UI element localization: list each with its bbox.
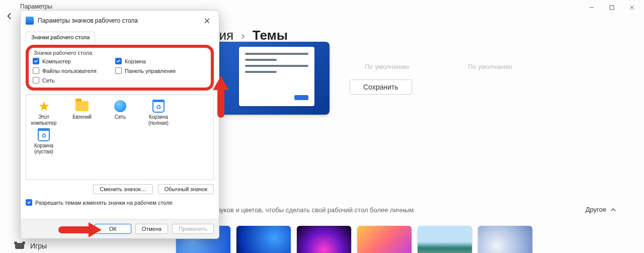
checkbox-allow-themes[interactable]: Разрешить темам изменять значки на рабоч… (26, 199, 214, 206)
dialog-close-button[interactable] (200, 15, 214, 27)
checkbox-box (33, 58, 39, 64)
folder-icon (74, 99, 90, 113)
checkbox-label: Корзина (125, 58, 146, 64)
minimize-button[interactable] (582, 1, 602, 15)
checkbox-recycle-bin[interactable]: Корзина (115, 58, 206, 64)
icon-this-pc[interactable]: ★ Этот компьютер (29, 99, 58, 126)
checkbox-computer[interactable]: Компьютер (33, 58, 113, 64)
gamepad-icon (15, 243, 24, 249)
icon-recycle-empty[interactable]: ♻ Корзина (пустая) (29, 128, 58, 154)
highlight-box: Значки рабочего стола Компьютер Корзина … (26, 45, 214, 91)
themes-section: ание обоев, звуков и цветов, чтобы сдела… (176, 205, 629, 253)
breadcrumb: ализация › Темы (176, 28, 629, 43)
other-label: Другое (586, 206, 606, 213)
apply-button[interactable]: Применить (172, 224, 214, 234)
checkbox-label: Сеть (42, 77, 54, 83)
checkbox-box (33, 77, 39, 83)
breadcrumb-separator: › (241, 30, 245, 42)
svg-rect-0 (610, 6, 614, 10)
default-icon-button[interactable]: Обычный значок (158, 184, 214, 194)
icon-user-folder[interactable]: Евгений (67, 99, 97, 126)
red-arrow-up-annotation (211, 76, 231, 124)
sidebar-item-label: Игры (30, 242, 47, 250)
dialog-title: Параметры значков рабочего стола (38, 17, 196, 24)
globe-icon (113, 99, 128, 113)
checkbox-box (26, 199, 32, 206)
theme-thumbnails (176, 226, 629, 253)
dialog-app-icon (26, 17, 34, 25)
icon-preview-grid: ★ Этот компьютер Евгений Сеть ♻ Корзина … (26, 95, 214, 180)
sidebar-item-games[interactable]: Игры (15, 242, 47, 250)
checkbox-label: Разрешить темам изменять значки на рабоч… (35, 200, 173, 206)
checkbox-label: Панель управления (125, 68, 176, 74)
checkbox-user-files[interactable]: Файлы пользователя (33, 67, 113, 74)
chevron-up-icon (610, 207, 616, 213)
red-arrow-right-annotation (58, 222, 102, 237)
theme-info-2: По умолчанию (468, 63, 512, 70)
dialog-body: Значки рабочего стола Компьютер Корзина … (21, 43, 219, 210)
close-button[interactable] (622, 1, 642, 15)
other-expand[interactable]: Другое (586, 206, 616, 213)
dialog-footer: ОК Отмена Применить (21, 219, 219, 238)
theme-info-1: По умолчанию (365, 63, 409, 70)
checkbox-label: Файлы пользователя (42, 68, 97, 74)
theme-thumb-4[interactable] (357, 226, 412, 253)
window-title: Параметры (20, 3, 52, 10)
theme-thumb-6[interactable] (478, 226, 532, 253)
checkbox-control-panel[interactable]: Панель управления (115, 67, 206, 74)
icon-label: Сеть (115, 114, 126, 120)
dialog-titlebar: Параметры значков рабочего стола (21, 11, 219, 31)
checkbox-network[interactable]: Сеть (33, 77, 113, 83)
settings-content: ализация › Темы По умолчанию По умолчани… (176, 28, 629, 253)
group-title: Значки рабочего стола (34, 50, 207, 56)
maximize-button[interactable] (602, 1, 622, 15)
icon-buttons-row: Сменить значок… Обычный значок (26, 184, 214, 194)
theme-thumb-5[interactable] (418, 226, 472, 253)
star-icon: ★ (36, 99, 51, 113)
dialog-tab[interactable]: Значки рабочего стола (26, 32, 95, 43)
save-button[interactable]: Сохранить (350, 79, 412, 95)
desktop-icons-dialog: Параметры значков рабочего стола Значки … (20, 10, 219, 239)
checkbox-label: Компьютер (42, 58, 71, 64)
recycle-bin-empty-icon: ♻ (36, 128, 51, 142)
cancel-button[interactable]: Отмена (135, 224, 168, 234)
icon-label: Корзина (пустая) (29, 143, 58, 154)
preview-card (239, 47, 314, 106)
icon-label: Корзина (полная) (144, 114, 173, 126)
back-button[interactable] (6, 13, 15, 22)
change-icon-button[interactable]: Сменить значок… (93, 184, 152, 194)
icon-label: Этот компьютер (29, 114, 58, 126)
checkbox-box (115, 58, 122, 64)
icon-recycle-full[interactable]: ♻ Корзина (полная) (144, 99, 173, 126)
theme-thumb-3[interactable] (297, 226, 351, 253)
theme-thumb-2[interactable] (236, 226, 291, 253)
checkbox-box (115, 67, 122, 74)
recycle-bin-full-icon: ♻ (151, 99, 166, 113)
icon-network[interactable]: Сеть (106, 99, 135, 126)
checkbox-box (33, 67, 39, 74)
icon-label: Евгений (72, 114, 92, 120)
checkbox-grid: Компьютер Корзина Файлы пользователя Пан… (33, 58, 207, 83)
breadcrumb-themes: Темы (253, 28, 288, 43)
